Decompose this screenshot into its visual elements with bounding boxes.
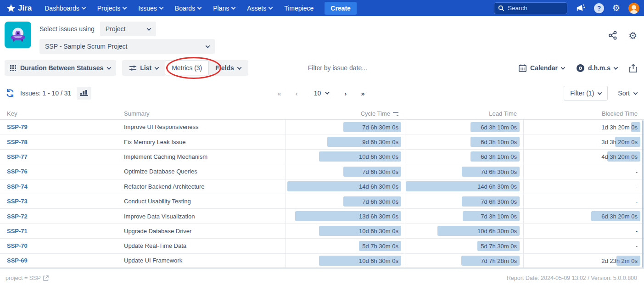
last-page-button[interactable]: » <box>361 89 365 97</box>
jql-link[interactable]: project = SSP <box>6 275 49 281</box>
issue-source-select[interactable]: Project <box>100 22 156 36</box>
col-header-key[interactable]: Key <box>0 110 124 117</box>
nav-item-plans[interactable]: Plans <box>213 5 235 12</box>
nav-item-timepiece[interactable]: Timepiece <box>284 5 314 12</box>
create-button[interactable]: Create <box>325 2 357 15</box>
blocked-time-cell: - <box>523 179 644 194</box>
issue-key-link[interactable]: SSP-74 <box>7 183 28 190</box>
grid-icon <box>10 65 16 71</box>
issue-summary: Implement Caching Mechanism <box>124 150 286 164</box>
lead-time-value: 6d 3h 10m 0s <box>481 123 517 130</box>
filter-button[interactable]: Filter (1) <box>564 86 608 101</box>
issue-summary: Update Real-Time Data <box>124 239 286 253</box>
tab-list[interactable]: List <box>123 60 165 76</box>
blocked-time-value: 6d 3h 20m 0s <box>601 213 638 220</box>
help-icon[interactable]: ? <box>594 3 604 13</box>
blocked-time-cell: - <box>523 164 644 179</box>
nav-item-projects[interactable]: Projects <box>97 5 127 12</box>
first-page-button[interactable]: « <box>277 89 281 97</box>
export-icon[interactable] <box>629 64 637 73</box>
report-version-info: Report Date: 2024-05-09 13:02 / Version:… <box>507 275 637 281</box>
issue-date-filter-input[interactable]: Filter by issue date... <box>308 64 367 72</box>
lead-time-value: 5d 7h 30m 0s <box>481 242 517 249</box>
page-size-select[interactable]: 10 <box>312 89 331 98</box>
project-select[interactable]: SSP - Sample Scrum Project <box>39 39 215 54</box>
col-header-summary[interactable]: Summary <box>124 110 286 117</box>
cycle-time-value: 10d 6h 30m 0s <box>359 153 398 160</box>
cycle-time-cell: 10d 6h 30m 0s <box>286 224 405 238</box>
blocked-time-cell: 6d 3h 20m 0s <box>523 209 644 223</box>
cycle-time-cell: 5d 7h 30m 0s <box>286 239 405 253</box>
jira-logo-icon <box>6 4 16 13</box>
nav-item-label: Dashboards <box>45 5 79 12</box>
col-header-cycle-time[interactable]: Cycle Time <box>286 110 405 117</box>
lead-time-cell: 7d 7h 28m 0s <box>405 254 523 268</box>
nav-item-assets[interactable]: Assets <box>247 5 272 12</box>
prev-page-button[interactable]: ‹ <box>296 89 298 97</box>
cycle-time-cell: 7d 6h 30m 0s <box>286 194 405 208</box>
sort-descending-icon <box>393 111 398 116</box>
lead-time-value: 7d 7h 28m 0s <box>481 257 517 264</box>
lead-time-cell: 6d 3h 10m 0s <box>405 150 523 164</box>
issues-table: Key Summary Cycle Time Lead Time Blocked… <box>0 108 644 268</box>
table-row: SSP-73Conduct Usability Testing7d 6h 30m… <box>0 194 644 209</box>
chart-view-button[interactable] <box>77 87 91 100</box>
sort-button[interactable]: Sort <box>618 89 637 97</box>
issue-key-link[interactable]: SSP-69 <box>7 257 28 264</box>
issue-summary: Improve Data Visualization <box>124 209 286 223</box>
issue-key-link[interactable]: SSP-76 <box>7 168 28 175</box>
settings-icon[interactable]: ⚙ <box>612 4 620 12</box>
report-type-select[interactable]: Duration Between Statuses <box>5 60 116 76</box>
cycle-time-value: 7d 6h 30m 0s <box>362 198 398 205</box>
issue-key-link[interactable]: SSP-72 <box>7 213 28 220</box>
top-navbar: Jira DashboardsProjectsIssuesBoardsPlans… <box>0 0 644 16</box>
share-icon[interactable] <box>608 31 617 54</box>
nav-item-dashboards[interactable]: Dashboards <box>45 5 85 12</box>
cycle-time-value: 7d 6h 30m 0s <box>362 168 398 175</box>
lead-time-cell: 14d 6h 30m 0s <box>405 179 523 194</box>
issue-key-link[interactable]: SSP-77 <box>7 153 28 160</box>
lead-time-value: 6d 3h 10m 0s <box>481 139 517 145</box>
search-input[interactable] <box>508 5 558 11</box>
table-row: SSP-69Update UI Framework10d 6h 30m 0s7d… <box>0 254 644 268</box>
lead-time-cell: 7d 6h 30m 0s <box>405 164 523 179</box>
blocked-time-cell: - <box>523 224 644 238</box>
tab-metrics[interactable]: Metrics (3) <box>165 61 209 75</box>
chevron-down-icon <box>561 65 566 70</box>
nav-item-issues[interactable]: Issues <box>138 5 162 12</box>
issue-key-link[interactable]: SSP-73 <box>7 198 28 205</box>
filter-button-label: Filter (1) <box>570 89 594 97</box>
issue-key-link[interactable]: SSP-71 <box>7 228 28 235</box>
issue-key-link[interactable]: SSP-70 <box>7 242 28 249</box>
table-row: SSP-76Optimize Database Queries7d 6h 30m… <box>0 164 644 179</box>
issue-key-link[interactable]: SSP-78 <box>7 139 28 145</box>
jira-logo[interactable]: Jira <box>6 4 32 13</box>
jql-text: project = SSP <box>6 275 41 281</box>
nav-item-boards[interactable]: Boards <box>175 5 201 12</box>
time-format-select[interactable]: d.h.m.s <box>577 64 617 72</box>
tab-fields[interactable]: Fields <box>209 60 247 76</box>
refresh-icon[interactable] <box>6 89 15 98</box>
lead-time-value: 7d 6h 30m 0s <box>481 168 517 175</box>
blocked-time-value: - <box>636 242 638 249</box>
cycle-time-cell: 14d 6h 30m 0s <box>286 179 405 194</box>
chevron-down-icon <box>197 5 202 10</box>
blocked-time-value: 1d 3h 20m 0s <box>601 123 638 130</box>
vertical-scrollbar[interactable] <box>642 120 644 268</box>
announcements-icon[interactable] <box>576 4 586 13</box>
next-page-button[interactable]: › <box>344 89 347 97</box>
cycle-time-cell: 13d 6h 30m 0s <box>286 209 405 223</box>
report-settings-icon[interactable]: ⚙ <box>628 31 637 54</box>
chevron-down-icon <box>206 44 210 48</box>
user-avatar[interactable] <box>628 3 639 14</box>
col-header-lead-time[interactable]: Lead Time <box>405 110 523 117</box>
issue-key-link[interactable]: SSP-79 <box>7 123 28 130</box>
search-box[interactable] <box>494 2 567 14</box>
lead-time-cell: 6d 3h 10m 0s <box>405 120 523 134</box>
duration-format-icon <box>577 64 584 72</box>
calendar-select[interactable]: Calendar <box>519 64 565 72</box>
lead-time-cell: 5d 7h 30m 0s <box>405 239 523 253</box>
select-issues-label: Select issues using <box>39 25 95 33</box>
chevron-down-icon <box>146 26 151 31</box>
col-header-blocked-time[interactable]: Blocked Time <box>523 110 644 117</box>
